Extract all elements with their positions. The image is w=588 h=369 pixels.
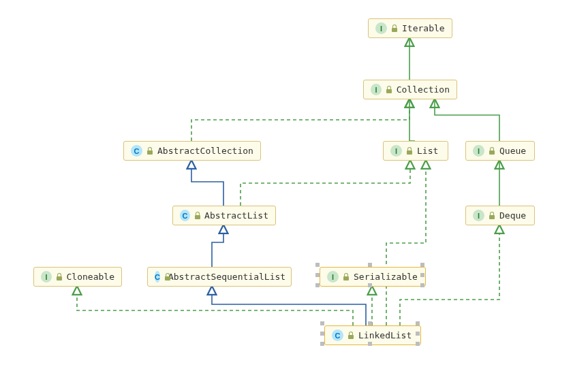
interface-icon: I [41,271,52,283]
node-deque[interactable]: IDeque [465,206,535,225]
lock-open-icon [146,147,153,155]
node-label: Collection [397,84,450,95]
class-icon: C [332,330,343,341]
diagram-canvas[interactable]: { "nodes": { "iterable": {"kind":"I","la… [0,0,588,369]
selection-handle[interactable] [315,283,320,287]
selection-handle[interactable] [368,263,372,267]
node-linkedList[interactable]: CLinkedList [324,325,421,345]
selection-handle[interactable] [420,273,424,277]
selection-handle[interactable] [420,283,424,287]
node-list[interactable]: IList [383,141,448,161]
node-label: Deque [499,210,526,221]
node-label: Cloneable [67,272,114,282]
lock-open-icon [347,332,354,339]
selection-handle[interactable] [416,332,420,336]
selection-handle[interactable] [315,263,320,267]
node-label: AbstractList [204,210,268,221]
interface-icon: I [473,210,484,221]
lock-open-icon [343,273,350,280]
interface-icon: I [327,271,339,283]
interface-icon: I [371,84,382,95]
interface-icon: I [390,145,402,157]
node-cloneable[interactable]: ICloneable [33,267,122,287]
node-queue[interactable]: IQueue [465,141,535,161]
class-icon: C [131,145,142,157]
selection-handle[interactable] [416,321,420,325]
lock-open-icon [56,273,62,280]
node-label: AbstractCollection [157,146,253,156]
selection-handle[interactable] [368,283,372,287]
selection-handle[interactable] [416,342,420,346]
lock-open-icon [386,86,392,93]
class-icon: C [180,210,190,221]
selection-handle[interactable] [320,342,324,346]
node-abstractList[interactable]: CAbstractList [172,206,276,225]
node-label: AbstractSequentialList [168,272,285,282]
node-label: Queue [499,146,526,156]
selection-handle[interactable] [368,321,372,325]
selection-handle[interactable] [320,332,324,336]
node-label: Iterable [402,23,445,33]
selection-handle[interactable] [368,342,372,346]
node-abstractSequentialList[interactable]: CAbstractSequentialList [147,267,292,287]
selection-handle[interactable] [420,263,424,267]
lock-open-icon [406,147,413,155]
edges-layer [0,0,588,369]
interface-icon: I [375,22,387,34]
selection-handle[interactable] [320,321,324,325]
node-label: Serializable [354,272,418,282]
lock-open-icon [194,212,200,219]
lock-open-icon [489,147,495,155]
selection-handle[interactable] [315,273,320,277]
node-label: LinkedList [358,330,412,340]
interface-icon: I [473,145,484,157]
node-serializable[interactable]: ISerializable [320,267,426,287]
class-icon: C [155,271,160,283]
node-iterable[interactable]: IIterable [368,18,452,38]
node-collection[interactable]: ICollection [363,80,457,99]
lock-open-icon [489,212,495,219]
node-label: List [417,146,438,156]
node-abstractCollection[interactable]: CAbstractCollection [123,141,261,161]
lock-open-icon [391,25,398,32]
